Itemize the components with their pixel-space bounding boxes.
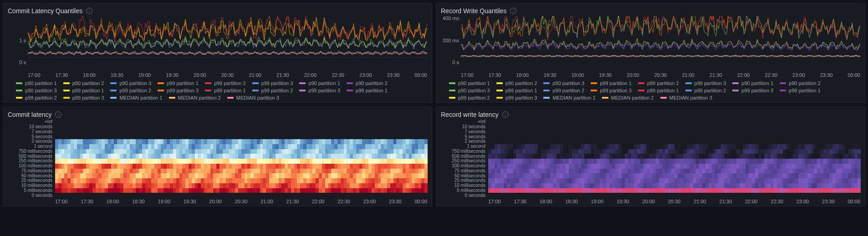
legend-item[interactable]: p90 partition 2	[347, 80, 388, 86]
legend-label: p90 partition 2	[505, 80, 537, 86]
y-bucket-label: 100 milliseconds	[441, 164, 485, 169]
x-tick: 21:00	[249, 72, 261, 78]
y-bucket-label: 7 seconds	[8, 130, 52, 135]
legend-item[interactable]: p99 partition 2	[685, 88, 726, 93]
legend-label: p99 partition 1	[356, 88, 388, 93]
y-bucket-label: 250 milliseconds	[441, 159, 485, 164]
y-tick: 0 s	[452, 60, 459, 65]
legend-item[interactable]: p99 partition 3	[299, 88, 340, 93]
legend-item[interactable]: p99 partition 1	[205, 88, 246, 93]
legend-label: p99 partition 2	[458, 95, 490, 100]
legend-label: p90 partition 3	[458, 88, 490, 93]
legend-item[interactable]: p90 partition 3	[449, 88, 490, 93]
legend-item[interactable]: MEDIAN partition 3	[227, 95, 279, 100]
x-tick: 20:30	[235, 199, 248, 204]
panel-header: Commit latency i	[8, 110, 427, 120]
legend-swatch	[732, 90, 739, 91]
panel-record-latency-heatmap[interactable]: Record write latency i +Inf10 seconds7 s…	[436, 106, 865, 206]
x-tick: 23:30	[820, 72, 833, 78]
legend-label: p99 partition 3	[741, 88, 773, 93]
heatmap-row	[55, 149, 427, 154]
legend-item[interactable]: p90 partition 2	[496, 80, 537, 86]
legend-item[interactable]: MEDIAN partition 1	[543, 95, 595, 100]
x-tick: 21:00	[260, 199, 273, 204]
heatmap-row	[55, 169, 427, 174]
info-icon[interactable]: i	[510, 8, 516, 14]
legend-item[interactable]: p99 partition 3	[496, 95, 537, 100]
legend-item[interactable]: MEDIAN partition 2	[602, 95, 654, 100]
legend-item[interactable]: p99 partition 1	[158, 80, 199, 86]
timeseries-plot[interactable]: 400 ms 200 ms 0 s	[441, 16, 860, 71]
legend-swatch	[591, 82, 597, 84]
legend-label: MEDIAN partition 1	[552, 95, 595, 100]
timeseries-plot[interactable]: - 1 s 0 s	[8, 16, 427, 71]
legend-item[interactable]: p90 partition 3	[543, 80, 584, 86]
info-icon[interactable]: i	[502, 111, 509, 118]
panel-commit-quantiles[interactable]: Commit Latency Quantiles i - 1 s 0 s 17:…	[3, 3, 432, 103]
x-tick: 18:00	[107, 199, 119, 204]
heatmap-cells	[488, 120, 860, 198]
legend-item[interactable]: p99 partition 3	[252, 80, 293, 86]
legend-item[interactable]: p99 partition 1	[347, 88, 388, 93]
x-tick: 20:00	[627, 72, 639, 78]
y-bucket-label: 25 milliseconds	[441, 178, 485, 183]
legend-item[interactable]: p99 partition 2	[252, 88, 293, 93]
heatmap-row	[55, 139, 427, 144]
legend-swatch	[638, 82, 644, 84]
legend-item[interactable]: p99 partition 3	[63, 95, 104, 100]
x-axis: 17:0017:3018:0018:3019:0019:3020:0020:30…	[8, 198, 427, 204]
legend-item[interactable]: p99 partition 1	[780, 88, 821, 93]
legend-item[interactable]: p99 partition 1	[496, 88, 537, 93]
info-icon[interactable]: i	[86, 8, 92, 14]
legend-label: p90 partition 2	[72, 80, 104, 86]
legend-item[interactable]: p99 partition 2	[449, 95, 490, 100]
legend-label: MEDIAN partition 2	[178, 95, 221, 100]
legend-item[interactable]: p90 partition 3	[16, 88, 57, 93]
y-bucket-label: 1 second	[441, 144, 485, 149]
legend-label: p99 partition 2	[119, 88, 151, 93]
legend-item[interactable]: p99 partition 2	[110, 88, 151, 93]
legend-swatch	[110, 82, 117, 84]
legend-item[interactable]: p99 partition 1	[638, 88, 679, 93]
legend-swatch	[110, 90, 117, 91]
heatmap-plot[interactable]: +Inf10 seconds7 seconds5 seconds2 second…	[8, 120, 427, 198]
legend-label: MEDIAN partition 2	[611, 95, 654, 100]
legend-item[interactable]: p90 partition 3	[110, 80, 151, 86]
legend-label: p99 partition 2	[552, 88, 584, 93]
legend-label: p99 partition 3	[308, 88, 340, 93]
x-tick: 22:30	[765, 72, 777, 78]
info-icon[interactable]: i	[55, 111, 61, 118]
x-tick: 20:30	[221, 72, 234, 78]
panel-record-quantiles[interactable]: Record Write Quantiles i 400 ms 200 ms 0…	[436, 3, 865, 103]
legend-item[interactable]: MEDIAN partition 1	[110, 95, 162, 100]
legend-item[interactable]: p99 partition 2	[205, 80, 246, 86]
legend-item[interactable]: p99 partition 2	[638, 80, 679, 86]
legend-item[interactable]: p99 partition 2	[543, 88, 584, 93]
heatmap-plot[interactable]: +Inf10 seconds7 seconds5 seconds2 second…	[441, 120, 860, 198]
legend-item[interactable]: p90 partition 2	[780, 80, 821, 86]
legend-item[interactable]: MEDIAN partition 3	[660, 95, 712, 100]
legend-item[interactable]: p90 partition 2	[63, 80, 104, 86]
x-tick: 18:00	[83, 72, 96, 78]
legend-item[interactable]: p99 partition 1	[63, 88, 104, 93]
legend-item[interactable]: p90 partition 1	[299, 80, 340, 86]
legend-swatch	[685, 82, 692, 84]
legend-item[interactable]: p99 partition 3	[158, 88, 199, 93]
panel-title: Commit latency	[8, 111, 51, 118]
legend-item[interactable]: p99 partition 2	[16, 95, 57, 100]
y-bucket-label: 250 milliseconds	[8, 159, 52, 164]
legend-label: p99 partition 2	[694, 88, 726, 93]
legend-item[interactable]: MEDIAN partition 2	[169, 95, 221, 100]
legend-swatch	[780, 82, 786, 84]
legend-swatch	[63, 97, 70, 99]
chart-svg	[441, 16, 860, 58]
legend-item[interactable]: p90 partition 1	[449, 80, 490, 86]
legend-item[interactable]: p90 partition 1	[16, 80, 57, 86]
legend-item[interactable]: p99 partition 1	[591, 80, 632, 86]
legend-item[interactable]: p90 partition 1	[732, 80, 773, 86]
x-tick: 20:30	[654, 72, 667, 78]
legend-item[interactable]: p99 partition 3	[685, 80, 726, 86]
legend-item[interactable]: p99 partition 3	[732, 88, 773, 93]
panel-commit-latency-heatmap[interactable]: Commit latency i +Inf10 seconds7 seconds…	[3, 106, 432, 206]
legend-item[interactable]: p99 partition 3	[591, 88, 632, 93]
